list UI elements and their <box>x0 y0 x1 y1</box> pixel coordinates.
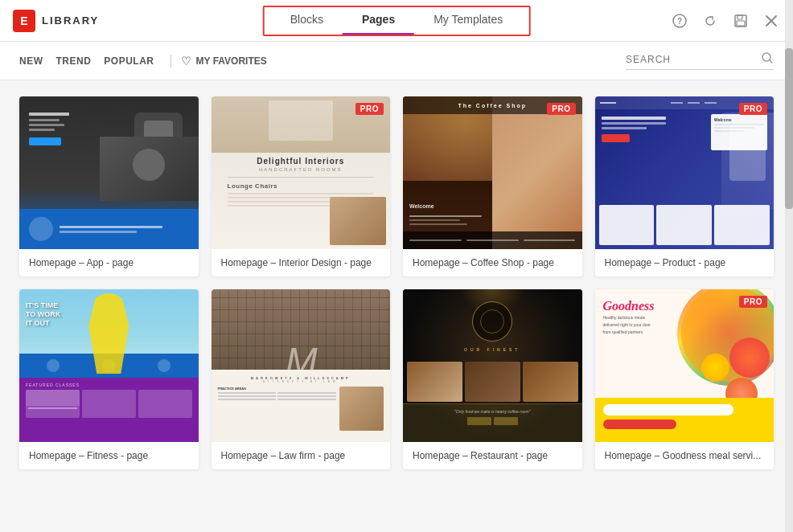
header: E LIBRARY Blocks Pages My Templates ? <box>0 0 793 42</box>
card-label-restaurant: Homepage – Restaurant - page <box>403 442 582 469</box>
search-input[interactable] <box>626 54 754 65</box>
template-card-lawfirm[interactable]: M MARKOWETZ & MILLESCAMP ATTORNEYS AT LA… <box>212 289 391 469</box>
scrollbar-right[interactable] <box>785 0 793 532</box>
refresh-icon[interactable] <box>701 12 719 30</box>
template-card-fitness[interactable]: IT'S TIME TO WORK IT OUT FEATURED CLASSE… <box>19 289 199 469</box>
heart-icon: ♡ <box>181 55 191 68</box>
svg-rect-4 <box>737 21 745 26</box>
svg-line-8 <box>770 60 772 63</box>
tab-pages[interactable]: Pages <box>343 4 414 35</box>
template-card-coffee[interactable]: The Coffee Shop Welcome <box>403 96 582 276</box>
template-card-app[interactable]: Homepage – App - page <box>19 96 199 276</box>
pro-badge-coffee: PRO <box>547 103 575 115</box>
card-image-interior: Delightful Interiors HANDCRAFTED ROOMS L… <box>212 96 391 249</box>
filter-new[interactable]: NEW <box>19 55 50 67</box>
close-icon[interactable] <box>762 12 780 30</box>
card-image-app <box>19 96 199 249</box>
my-favorites-button[interactable]: ♡ MY FAVORITES <box>181 55 267 68</box>
filter-trend[interactable]: TREND <box>50 55 98 67</box>
help-icon[interactable]: ? <box>671 12 688 30</box>
pro-badge-product: PRO <box>739 103 767 115</box>
card-label-app: Homepage – App - page <box>19 249 199 276</box>
card-label-interior: Homepage – Interior Design - page <box>212 249 391 276</box>
logo-area: E LIBRARY <box>13 10 109 32</box>
card-label-coffee: Homepage – Coffee Shop - page <box>403 249 582 276</box>
library-window: E LIBRARY Blocks Pages My Templates ? <box>0 0 793 532</box>
search-icon[interactable] <box>761 51 774 68</box>
tabs-container: Blocks Pages My Templates <box>263 6 531 36</box>
card-label-goodness: Homepage – Goodness meal servi... <box>595 442 775 469</box>
pro-badge-goodness: PRO <box>739 296 767 308</box>
card-label-fitness: Homepage – Fitness - page <box>19 442 199 469</box>
template-card-product[interactable]: Welcome <box>595 96 775 276</box>
card-image-fitness: IT'S TIME TO WORK IT OUT FEATURED CLASSE… <box>19 289 199 442</box>
card-image-product: Welcome <box>595 96 775 249</box>
scrollbar-thumb[interactable] <box>785 48 793 209</box>
pro-badge-interior: PRO <box>355 103 384 115</box>
template-card-interior[interactable]: Delightful Interiors HANDCRAFTED ROOMS L… <box>212 96 391 276</box>
template-card-restaurant[interactable]: OUR FINEST "Only food we make is hearty … <box>403 289 582 469</box>
library-title: LIBRARY <box>42 14 99 27</box>
template-grid: Homepage – App - page Delightful Interio… <box>19 96 774 469</box>
tab-blocks[interactable]: Blocks <box>271 4 343 35</box>
filter-bar: NEW TREND POPULAR ♡ MY FAVORITES <box>0 42 793 80</box>
card-image-lawfirm: M MARKOWETZ & MILLESCAMP ATTORNEYS AT LA… <box>212 289 391 442</box>
card-label-lawfirm: Homepage – Law firm - page <box>212 442 391 469</box>
search-area <box>626 51 774 70</box>
card-image-restaurant: OUR FINEST "Only food we make is hearty … <box>403 289 582 442</box>
header-actions: ? <box>671 12 780 30</box>
svg-text:?: ? <box>677 17 682 26</box>
template-grid-area: Homepage – App - page Delightful Interio… <box>0 80 793 532</box>
filter-divider <box>171 55 171 68</box>
elementor-logo-icon: E <box>13 10 35 32</box>
card-image-goodness: Goodness Healthy delicious meals deliver… <box>595 289 775 442</box>
template-card-goodness[interactable]: Goodness Healthy delicious meals deliver… <box>595 289 775 469</box>
card-image-coffee: The Coffee Shop Welcome <box>403 96 582 249</box>
filter-popular[interactable]: POPULAR <box>97 55 160 67</box>
tab-my-templates[interactable]: My Templates <box>414 4 522 35</box>
save-icon[interactable] <box>732 12 750 30</box>
card-label-product: Homepage – Product - page <box>595 249 775 276</box>
